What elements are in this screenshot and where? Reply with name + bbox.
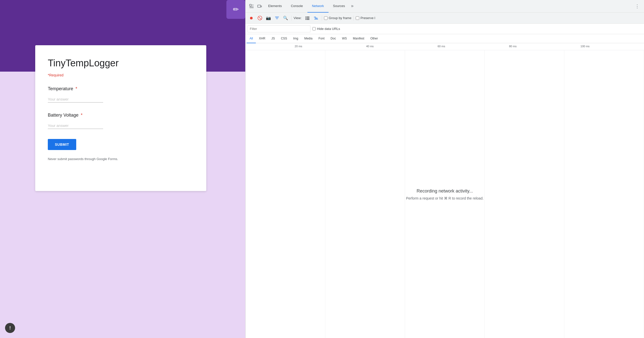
empty-state: Recording network activity... Perform a … <box>406 188 484 200</box>
svg-rect-4 <box>258 5 261 7</box>
ruler-mark: 40 ms <box>366 45 374 48</box>
preserve-log-checkbox[interactable] <box>356 16 359 20</box>
svg-rect-0 <box>250 4 251 6</box>
temperature-label: Temperature * <box>48 86 194 91</box>
inspect-element-icon[interactable] <box>248 2 256 10</box>
responsive-icon[interactable] <box>256 2 264 10</box>
battery-voltage-input[interactable] <box>48 122 103 129</box>
svg-rect-9 <box>307 18 309 19</box>
view-waterfall-icon[interactable] <box>312 14 320 22</box>
preserve-log-label[interactable]: Preserve l <box>356 16 375 20</box>
svg-rect-11 <box>307 19 309 20</box>
battery-voltage-field: Battery Voltage * <box>48 113 194 129</box>
ruler-mark: 60 ms <box>437 45 445 48</box>
svg-rect-5 <box>261 6 262 7</box>
devtools-menu-icon[interactable]: ⋮ <box>632 4 642 9</box>
tab-elements[interactable]: Elements <box>264 0 286 13</box>
required-star-2: * <box>79 113 83 118</box>
tab-console[interactable]: Console <box>286 0 307 13</box>
svg-rect-6 <box>305 17 306 17</box>
recording-sub: Perform a request or hit ⌘ R to record t… <box>406 196 484 200</box>
toolbar-separator-3 <box>353 16 354 21</box>
form-card: TinyTempLogger *Required Temperature * B… <box>35 45 206 191</box>
resource-tab-css[interactable]: CSS <box>278 34 290 43</box>
required-star: * <box>74 86 77 91</box>
required-note: *Required <box>48 73 194 77</box>
submit-button[interactable]: SUBMIT <box>48 139 76 150</box>
group-by-frame-label[interactable]: Group by frame <box>324 16 351 20</box>
timeline-ruler: 20 ms40 ms60 ms80 ms100 ms <box>246 43 644 50</box>
toolbar-separator <box>291 16 292 21</box>
screen-capture-button[interactable]: 📷 <box>265 14 272 22</box>
resource-tab-xhr[interactable]: XHR <box>256 34 268 43</box>
tab-sources[interactable]: Sources <box>329 0 350 13</box>
group-by-frame-checkbox[interactable] <box>324 16 328 20</box>
svg-rect-10 <box>305 19 306 20</box>
exclamation-icon: ! <box>9 325 11 331</box>
svg-rect-7 <box>307 17 309 17</box>
devtools-filter-bar: Hide data URLs <box>246 24 644 34</box>
recording-text: Recording network activity... <box>406 188 484 194</box>
resource-tab-font[interactable]: Font <box>315 34 328 43</box>
timeline-grid: Recording network activity... Perform a … <box>246 50 644 338</box>
search-icon[interactable]: 🔍 <box>282 14 289 22</box>
ruler-mark: 100 ms <box>581 45 590 48</box>
never-submit-text: Never submit passwords through Google Fo… <box>48 157 194 161</box>
resource-tab-js[interactable]: JS <box>268 34 278 43</box>
toolbar-separator-2 <box>322 16 322 21</box>
ruler-marks: 20 ms40 ms60 ms80 ms100 ms <box>247 43 644 50</box>
bottom-bar-button[interactable]: ! <box>5 323 15 333</box>
more-tabs-button[interactable]: » <box>349 0 355 13</box>
temperature-input[interactable] <box>48 96 103 103</box>
resource-tab-ws[interactable]: WS <box>339 34 350 43</box>
view-label: View: <box>294 16 302 20</box>
ruler-mark: 20 ms <box>295 45 302 48</box>
battery-voltage-label: Battery Voltage * <box>48 113 194 118</box>
filter-toggle-icon[interactable] <box>273 14 281 22</box>
record-button[interactable]: ⏺ <box>248 14 255 22</box>
form-title: TinyTempLogger <box>48 58 194 69</box>
hide-data-urls-checkbox[interactable] <box>312 27 316 30</box>
view-list-icon[interactable] <box>304 14 311 22</box>
resource-tab-all[interactable]: All <box>247 34 256 43</box>
edit-fab-button[interactable]: ✏ <box>226 0 245 19</box>
devtools-panel: Elements Console Network Sources » ⋮ ⏺ 🚫… <box>245 0 644 338</box>
pencil-icon: ✏ <box>233 5 239 14</box>
devtools-toolbar: ⏺ 🚫 📷 🔍 View: <box>246 13 644 24</box>
tab-network[interactable]: Network <box>307 0 329 13</box>
resource-tab-other[interactable]: Other <box>367 34 381 43</box>
ruler-mark: 80 ms <box>509 45 516 48</box>
resource-type-tabs: AllXHRJSCSSImgMediaFontDocWSManifestOthe… <box>246 34 644 43</box>
hide-data-urls-label[interactable]: Hide data URLs <box>312 27 340 31</box>
resource-tab-manifest[interactable]: Manifest <box>350 34 367 43</box>
resource-tab-media[interactable]: Media <box>301 34 315 43</box>
resource-tab-doc[interactable]: Doc <box>328 34 339 43</box>
filter-input[interactable] <box>248 25 310 32</box>
clear-button[interactable]: 🚫 <box>256 14 264 22</box>
resource-tab-img[interactable]: Img <box>290 34 301 43</box>
devtools-tab-bar: Elements Console Network Sources » ⋮ <box>246 0 644 13</box>
svg-rect-8 <box>305 18 306 19</box>
temperature-field: Temperature * <box>48 86 194 103</box>
browser-page: ✏ TinyTempLogger *Required Temperature *… <box>0 0 245 338</box>
